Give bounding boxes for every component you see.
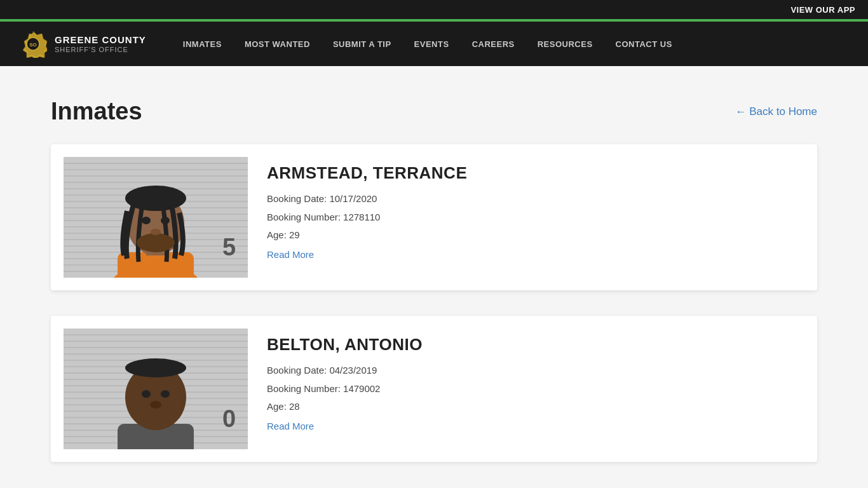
- inmate-info-2: BELTON, ANTONIO Booking Date: 04/23/2019…: [267, 329, 423, 431]
- svg-point-56: [142, 390, 151, 398]
- inmate-booking-number: Booking Number: 1278110: [267, 210, 467, 225]
- sheriff-badge-icon: SO: [19, 30, 47, 58]
- svg-point-29: [142, 217, 151, 224]
- inmate-photo: 5: [64, 157, 248, 278]
- view-app-link[interactable]: VIEW OUR APP: [790, 5, 855, 15]
- nav-inmates[interactable]: INMATES: [172, 22, 233, 66]
- svg-point-55: [125, 358, 186, 377]
- inmate-booking-date-2: Booking Date: 04/23/2019: [267, 363, 423, 378]
- inmate-card: 5 ARMSTEAD, TERRANCE Booking Date: 10/17…: [51, 144, 817, 290]
- svg-point-28: [137, 233, 175, 252]
- inmate-card: 0 BELTON, ANTONIO Booking Date: 04/23/20…: [51, 316, 817, 462]
- inmate-name: ARMSTEAD, TERRANCE: [267, 163, 467, 183]
- inmate-photo: 0: [64, 329, 248, 449]
- svg-point-57: [161, 390, 170, 398]
- back-to-home-link[interactable]: ← Back to Home: [736, 105, 818, 118]
- page-title: Inmates: [51, 98, 142, 125]
- svg-text:SO: SO: [29, 42, 37, 48]
- nav-careers[interactable]: CAREERS: [461, 22, 526, 66]
- inmate-booking-date: Booking Date: 10/17/2020: [267, 192, 467, 207]
- top-bar: VIEW OUR APP: [0, 0, 868, 19]
- inmate-name-2: BELTON, ANTONIO: [267, 335, 423, 355]
- inmate-info: ARMSTEAD, TERRANCE Booking Date: 10/17/2…: [267, 157, 467, 260]
- logo-title: GREENE COUNTY: [55, 34, 146, 46]
- svg-point-30: [161, 217, 170, 224]
- svg-text:5: 5: [222, 234, 236, 261]
- page-content: Inmates ← Back to Home: [0, 66, 868, 488]
- inmate-age: Age: 29: [267, 228, 467, 243]
- nav-events[interactable]: EVENTS: [403, 22, 461, 66]
- nav-most-wanted[interactable]: MOST WANTED: [233, 22, 322, 66]
- svg-point-58: [150, 401, 161, 409]
- main-nav: INMATES MOST WANTED SUBMIT A TIP EVENTS …: [172, 22, 684, 66]
- inmate-age-2: Age: 28: [267, 400, 423, 414]
- site-header: SO GREENE COUNTY SHERIFF'S OFFICE INMATE…: [0, 22, 868, 66]
- nav-submit-tip[interactable]: SUBMIT A TIP: [322, 22, 403, 66]
- inmate-booking-number-2: Booking Number: 1479002: [267, 382, 423, 396]
- logo-subtitle: SHERIFF'S OFFICE: [55, 46, 146, 53]
- inmate-read-more[interactable]: Read More: [267, 249, 467, 260]
- mugshot-image: 5: [64, 157, 248, 278]
- nav-resources[interactable]: RESOURCES: [526, 22, 604, 66]
- logo-link[interactable]: SO GREENE COUNTY SHERIFF'S OFFICE: [19, 30, 146, 58]
- page-heading-row: Inmates ← Back to Home: [51, 66, 817, 144]
- mugshot-image-2: 0: [64, 329, 248, 449]
- svg-text:0: 0: [222, 405, 236, 432]
- inmate-read-more-2[interactable]: Read More: [267, 421, 423, 431]
- svg-point-31: [151, 229, 161, 235]
- nav-contact[interactable]: CONTACT US: [604, 22, 684, 66]
